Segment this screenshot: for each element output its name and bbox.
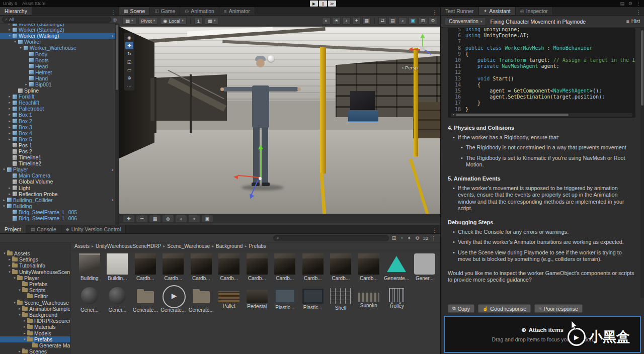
asset-item[interactable]: Buildin... <box>104 253 132 281</box>
favorites-icon[interactable]: ✦ <box>407 235 411 241</box>
expanded-arrow-icon[interactable]: ▾ <box>12 301 17 305</box>
assistant-content[interactable]: 5using UnityEngine;6using UnityEngine.AI… <box>441 28 640 298</box>
camera-preview-icon[interactable]: ▣ <box>409 17 417 25</box>
hierarchy-item[interactable]: Timeline1 <box>0 154 115 160</box>
project-folder-item[interactable]: ▾Player <box>0 275 70 281</box>
collapsed-arrow-icon[interactable]: ▸ <box>7 119 12 123</box>
history-button[interactable]: ≡ Hist <box>626 19 640 24</box>
collapsed-arrow-icon[interactable]: ▸ <box>7 131 12 135</box>
asset-item[interactable]: Cardb... <box>327 253 355 281</box>
project-folder-item[interactable]: ▸Models <box>0 330 70 336</box>
hierarchy-item[interactable]: Bldg_SteelFrame_L_005 <box>0 209 115 215</box>
layers-icon[interactable]: ▤ <box>388 17 397 25</box>
hierarchy-item[interactable]: Boots <box>0 57 115 63</box>
search-icon[interactable]: ⌕ <box>398 17 407 25</box>
hierarchy-item[interactable]: ▾Building <box>0 203 115 209</box>
effects-toggle-icon[interactable]: ✦ <box>352 17 361 25</box>
asset-item[interactable]: Cardb... <box>243 253 271 281</box>
project-folder-item[interactable]: Editor <box>0 293 70 299</box>
asset-item[interactable]: Pedestal <box>243 285 271 313</box>
asset-item[interactable]: Generate... <box>131 285 159 313</box>
tab-animator[interactable]: ⧈Animator <box>219 7 255 15</box>
hierarchy-scrollbar[interactable] <box>115 24 119 225</box>
project-folder-item[interactable]: ▾Background <box>0 312 70 318</box>
asset-item[interactable]: Sunoko <box>355 285 383 313</box>
audio-toggle-icon[interactable]: ♪ <box>342 17 351 25</box>
hierarchy-search-input[interactable]: ⌕ All <box>2 17 111 23</box>
expanded-arrow-icon[interactable]: ▾ <box>18 46 23 50</box>
hierarchy-item[interactable]: Bldg_SteelFrame_L_006 <box>0 215 115 221</box>
collapsed-arrow-icon[interactable]: ▸ <box>7 28 12 32</box>
hierarchy-item[interactable]: ▾Player› <box>0 166 115 172</box>
breadcrumb-item[interactable]: Prefabs <box>249 243 266 249</box>
hierarchy-item[interactable]: ▸Reachlift <box>0 100 115 106</box>
tab-game[interactable]: ◫Game <box>150 7 180 15</box>
collapsed-arrow-icon[interactable]: ▸ <box>24 82 29 86</box>
pause-button[interactable]: ∥ <box>319 1 327 7</box>
hierarchy-item[interactable]: ▸Worker (Standing2) <box>0 27 115 33</box>
expanded-arrow-icon[interactable]: ▾ <box>22 337 27 341</box>
expanded-arrow-icon[interactable]: ▾ <box>2 167 7 171</box>
tab-assistant[interactable]: ✦Assistant <box>479 7 516 15</box>
asset-item[interactable]: Generate... <box>187 285 215 313</box>
collapsed-arrow-icon[interactable]: ▸ <box>7 257 12 261</box>
open-prefab-arrow-icon[interactable]: › <box>112 197 113 203</box>
asset-item[interactable]: Cardb... <box>271 253 299 281</box>
collapsed-arrow-icon[interactable]: ▸ <box>17 349 22 353</box>
asset-item[interactable]: Cardb... <box>299 253 327 281</box>
project-folder-item[interactable]: ▸AnimationSample <box>0 306 70 312</box>
hierarchy-item[interactable]: ▸Box 1 <box>0 112 115 118</box>
copy-button[interactable]: ⧉Copy <box>448 304 474 313</box>
local-dropdown[interactable]: ◉ Local ▾ <box>160 17 187 25</box>
more-options-icon[interactable]: ⋮ <box>431 235 436 241</box>
expanded-arrow-icon[interactable]: ▾ <box>17 313 22 317</box>
tab-unity-version-control[interactable]: ◆Unity Version Control <box>61 225 126 233</box>
scale-tool-icon[interactable]: ◱ <box>125 58 133 65</box>
scene-settings-icon[interactable]: ⚙ <box>429 17 437 25</box>
project-folder-item[interactable]: ▾UnityWarehouseSceneHD <box>0 269 70 275</box>
overlay-menu-icon[interactable]: ☰ <box>136 215 147 222</box>
asset-item[interactable]: Gener... <box>75 285 104 313</box>
collapsed-arrow-icon[interactable]: ▸ <box>7 113 12 117</box>
collapsed-arrow-icon[interactable]: ▸ <box>7 24 12 26</box>
pan-icon[interactable]: ✚ <box>123 215 134 222</box>
persp-label[interactable]: ‹ Persp <box>402 65 418 70</box>
breadcrumb-item[interactable]: Assets <box>74 243 90 249</box>
hierarchy-item[interactable]: ▸Building_Collider› <box>0 197 115 203</box>
more-menu-icon[interactable]: ⋮ <box>636 1 641 6</box>
code-horizontal-scrollbar[interactable]: ◂ <box>451 113 632 117</box>
tool-handle-dropdown[interactable]: ▦ ▾ <box>122 17 136 25</box>
tab-hierarchy[interactable]: Hierarchy <box>0 7 32 15</box>
project-search-input[interactable]: ⌕ <box>273 235 389 241</box>
expanded-arrow-icon[interactable]: ▾ <box>17 288 22 292</box>
grid-toggle-icon[interactable]: ▦ <box>362 17 371 25</box>
scene-viewport[interactable]: ‹ Persp ◉✚↻◱▭⊕⋯ ✚☰▦◍⌕⌖▣ <box>119 27 440 223</box>
rect-tool-icon[interactable]: ▭ <box>125 66 133 73</box>
project-folder-item[interactable]: Prefabs <box>0 281 70 287</box>
rotate-tool-icon[interactable]: ↻ <box>125 50 133 57</box>
gizmos-icon[interactable]: ⊞ <box>419 17 427 25</box>
collapsed-arrow-icon[interactable]: ▸ <box>7 186 12 190</box>
custom-tool-icon[interactable]: ⋯ <box>125 82 133 90</box>
project-folder-item[interactable]: ▾Prefabs <box>0 336 70 342</box>
expanded-arrow-icon[interactable]: ▾ <box>13 40 18 44</box>
hierarchy-item[interactable]: ▾Worker_Warehouse <box>0 45 115 51</box>
camera-icon[interactable]: ▣ <box>202 215 213 222</box>
project-folder-item[interactable]: ▸Settings <box>0 256 70 262</box>
shaded-mode-icon[interactable]: ◐ <box>322 17 331 25</box>
step-button[interactable]: ≫ <box>328 1 336 7</box>
collapsed-arrow-icon[interactable]: ▸ <box>7 263 12 268</box>
asset-item[interactable]: Cardb... <box>187 253 215 281</box>
open-prefab-arrow-icon[interactable]: › <box>112 167 113 172</box>
collapsed-arrow-icon[interactable]: ▸ <box>22 331 27 335</box>
hierarchy-item[interactable]: ▸Box 2 <box>0 118 115 124</box>
hierarchy-item[interactable]: Hand <box>0 75 115 81</box>
view-orientation-gizmo[interactable] <box>409 33 439 68</box>
asset-item[interactable]: Cardb... <box>355 253 383 281</box>
move-handle-sphere[interactable] <box>268 55 274 62</box>
asset-item[interactable]: Gener... <box>104 285 132 313</box>
view-tool-icon[interactable]: ◉ <box>125 34 133 41</box>
hierarchy-item[interactable]: Pos 1 <box>0 142 115 148</box>
project-folder-item[interactable]: ▸Scenes <box>0 348 70 354</box>
hierarchy-item[interactable]: ▾Worker <box>0 39 115 45</box>
